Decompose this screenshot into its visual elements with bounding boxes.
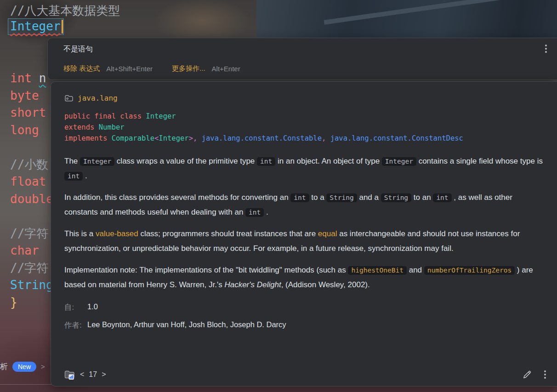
pager-prev-icon[interactable]: < xyxy=(80,370,84,379)
package-icon xyxy=(64,94,74,102)
code-token: Comparable xyxy=(112,134,154,142)
code-token: implements xyxy=(64,134,112,142)
code-token: char xyxy=(10,244,39,257)
sdk-version-pager: < 17 > xyxy=(80,370,106,379)
doc-text: The xyxy=(64,157,80,165)
code-token: < xyxy=(154,134,159,142)
package-name[interactable]: java.lang xyxy=(78,94,118,102)
remove-expression-action[interactable]: 移除 表达式 xyxy=(63,64,100,73)
text-caret xyxy=(62,20,63,34)
code-token: int xyxy=(10,71,39,85)
doc-code-link[interactable]: numberOfTrailingZeros xyxy=(424,266,515,275)
code-token: double xyxy=(10,192,53,206)
code-token: n xyxy=(39,71,46,85)
editor-comment-line[interactable]: //八大基本数据类型 xyxy=(10,3,120,19)
doc-paragraph: The Integer class wraps a value of the p… xyxy=(64,154,545,183)
doc-text: class wraps a value of the primitive typ… xyxy=(114,157,257,165)
doc-text: class; programmers should treat instance… xyxy=(138,229,318,238)
since-label: 自: xyxy=(64,302,87,312)
doc-text: to a xyxy=(309,193,327,202)
identifier-highlight-box[interactable]: Integer xyxy=(8,18,64,35)
code-token: float xyxy=(10,175,46,188)
doc-text: and xyxy=(407,266,424,274)
author-row: 作者: Lee Boynton, Arthur van Hoff, Josh B… xyxy=(64,320,543,330)
more-options-icon[interactable] xyxy=(544,370,546,379)
banner-divider xyxy=(0,384,51,385)
code-token: short xyxy=(10,106,46,119)
caret-word[interactable]: Integer xyxy=(10,19,61,33)
inline-code: int xyxy=(290,193,309,202)
module-sdk-icon[interactable] xyxy=(64,369,75,380)
code-token: Integer xyxy=(146,112,176,120)
banner-label: 析 xyxy=(0,361,8,372)
code-token: public final class xyxy=(64,112,146,120)
code-token: java.lang.constant.Constable xyxy=(202,134,322,142)
doc-text: to an xyxy=(411,193,433,202)
doc-text: contains a single field whose type is xyxy=(416,157,543,165)
declaration-line: public final class Integer xyxy=(64,111,543,122)
remove-expression-shortcut: Alt+Shift+Enter xyxy=(106,65,153,73)
doc-paragraph: This is a value-based class; programmers… xyxy=(64,227,545,256)
more-options-icon[interactable] xyxy=(545,45,547,53)
more-actions-shortcut: Alt+Enter xyxy=(212,65,240,73)
inline-code: String xyxy=(326,193,357,202)
inline-code: String xyxy=(381,193,411,202)
inline-code: int xyxy=(433,193,451,202)
pager-value: 17 xyxy=(89,370,97,379)
doc-paragraph: In addition, this class provides several… xyxy=(64,190,545,220)
inline-code: int xyxy=(257,157,275,166)
new-badge[interactable]: New xyxy=(12,362,36,372)
editor-banner[interactable]: 析 New > xyxy=(0,361,45,372)
code-token: java.lang.constant.ConstantDesc xyxy=(330,134,463,142)
code-token: } xyxy=(10,295,17,309)
code-token: , xyxy=(322,134,330,142)
inline-code: int xyxy=(64,172,83,181)
more-actions-action[interactable]: 更多操作... xyxy=(172,64,205,73)
doc-paragraph: Implementation note: The implementations… xyxy=(64,263,545,292)
author-label: 作者: xyxy=(64,320,87,330)
code-token: byte xyxy=(10,89,39,102)
code-token: //小数 xyxy=(10,158,48,171)
declaration-line: extends Number xyxy=(64,122,543,133)
error-message: 不是语句 xyxy=(63,45,548,54)
inline-code: Integer xyxy=(80,157,114,166)
since-row: 自: 1.0 xyxy=(64,302,543,312)
doc-text: In addition, this class provides several… xyxy=(64,193,290,202)
doc-text: This is a xyxy=(64,229,96,238)
inline-code: int xyxy=(245,208,264,217)
doc-footer: < 17 > xyxy=(64,367,546,382)
inline-code: Integer xyxy=(382,157,416,166)
code-token: Integer xyxy=(159,134,188,142)
doc-link[interactable]: equal xyxy=(318,229,337,238)
since-value: 1.0 xyxy=(87,302,98,312)
code-token: long xyxy=(10,123,39,137)
code-token: Number xyxy=(99,123,125,131)
tooltip-actions: 移除 表达式 Alt+Shift+Enter 更多操作... Alt+Enter xyxy=(63,64,548,73)
doc-text: Implementation note: The implementations… xyxy=(64,266,348,274)
book-title: Hacker's Delight xyxy=(224,280,281,289)
code-token: //字符 xyxy=(10,227,48,240)
editor-caret-line[interactable]: Integer xyxy=(8,18,64,35)
doc-code-link[interactable]: highestOneBit xyxy=(348,266,407,275)
pager-next-icon[interactable]: > xyxy=(102,370,106,379)
edit-pencil-icon[interactable] xyxy=(522,369,532,380)
chevron-right-icon[interactable]: > xyxy=(41,363,45,370)
error-tooltip-popup: 不是语句 移除 表达式 Alt+Shift+Enter 更多操作... Alt+… xyxy=(47,38,557,80)
doc-text: in an object. An object of type xyxy=(275,157,382,165)
code-token: //字符 xyxy=(10,261,48,275)
ide-screen: //八大基本数据类型 Integer int nbyteshortlong //… xyxy=(0,0,557,392)
documentation-popup: java.lang public final class Integerexte… xyxy=(51,81,557,386)
package-row: java.lang xyxy=(64,94,543,102)
code-token: , xyxy=(193,134,202,142)
code-token: String xyxy=(10,278,53,292)
code-token: extends xyxy=(64,123,99,131)
doc-text: and a xyxy=(357,193,381,202)
code-token: > xyxy=(189,134,193,142)
doc-text: . xyxy=(83,171,87,180)
declaration-line: implements Comparable<Integer>, java.lan… xyxy=(64,133,543,144)
author-value: Lee Boynton, Arthur van Hoff, Josh Bloch… xyxy=(87,320,286,330)
doc-text: , (Addison Wesley, 2002). xyxy=(281,280,370,289)
doc-declaration: public final class Integerextends Number… xyxy=(64,111,543,144)
doc-link[interactable]: value-based xyxy=(96,229,138,238)
doc-text: . xyxy=(264,208,268,216)
